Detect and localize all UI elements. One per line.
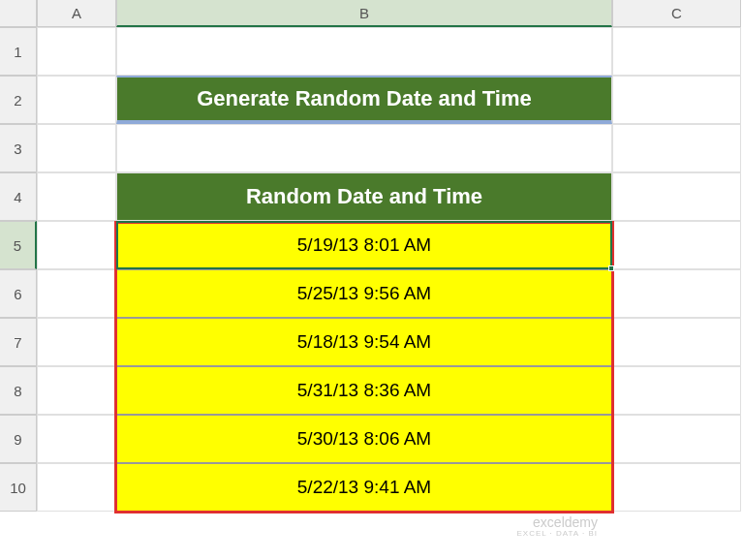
data-cell-b5[interactable]: 5/19/13 8:01 AM — [116, 221, 612, 269]
data-cell-b7[interactable]: 5/18/13 9:54 AM — [116, 318, 612, 366]
row-header-8[interactable]: 8 — [0, 366, 37, 415]
watermark-main: exceldemy — [516, 515, 598, 530]
cell-c6[interactable] — [612, 269, 741, 318]
cell-a2[interactable] — [37, 76, 116, 124]
row-header-9[interactable]: 9 — [0, 415, 37, 463]
cell-c9[interactable] — [612, 415, 741, 463]
cell-a6[interactable] — [37, 269, 116, 318]
cell-c3[interactable] — [612, 124, 741, 172]
cell-a3[interactable] — [37, 124, 116, 172]
row-header-10[interactable]: 10 — [0, 463, 37, 512]
data-cell-b9[interactable]: 5/30/13 8:06 AM — [116, 415, 612, 463]
watermark: exceldemy EXCEL · DATA · BI — [516, 515, 598, 539]
select-all-corner[interactable] — [0, 0, 37, 27]
title-cell[interactable]: Generate Random Date and Time — [116, 76, 612, 124]
fill-handle[interactable] — [608, 265, 614, 271]
cell-a10[interactable] — [37, 463, 116, 512]
row-header-6[interactable]: 6 — [0, 269, 37, 318]
col-header-c[interactable]: C — [612, 0, 741, 27]
cell-c7[interactable] — [612, 318, 741, 366]
row-header-4[interactable]: 4 — [0, 172, 37, 221]
cell-c10[interactable] — [612, 463, 741, 512]
section-header-cell[interactable]: Random Date and Time — [116, 172, 612, 221]
cell-a1[interactable] — [37, 27, 116, 76]
col-header-a[interactable]: A — [37, 0, 116, 27]
cell-a4[interactable] — [37, 172, 116, 221]
cell-a7[interactable] — [37, 318, 116, 366]
cell-c8[interactable] — [612, 366, 741, 415]
col-header-b[interactable]: B — [116, 0, 612, 27]
cell-a5[interactable] — [37, 221, 116, 269]
data-cell-b6[interactable]: 5/25/13 9:56 AM — [116, 269, 612, 318]
row-header-2[interactable]: 2 — [0, 76, 37, 124]
row-header-3[interactable]: 3 — [0, 124, 37, 172]
cell-a8[interactable] — [37, 366, 116, 415]
watermark-sub: EXCEL · DATA · BI — [516, 530, 598, 539]
cell-a9[interactable] — [37, 415, 116, 463]
cell-b1[interactable] — [116, 27, 612, 76]
cell-c1[interactable] — [612, 27, 741, 76]
data-cell-b8[interactable]: 5/31/13 8:36 AM — [116, 366, 612, 415]
cell-c5[interactable] — [612, 221, 741, 269]
cell-c2[interactable] — [612, 76, 741, 124]
data-cell-b10[interactable]: 5/22/13 9:41 AM — [116, 463, 612, 512]
spreadsheet-grid: A B C 1 2 Generate Random Date and Time … — [0, 0, 743, 512]
cell-c4[interactable] — [612, 172, 741, 221]
row-header-7[interactable]: 7 — [0, 318, 37, 366]
row-header-5[interactable]: 5 — [0, 221, 37, 269]
row-header-1[interactable]: 1 — [0, 27, 37, 76]
cell-b3[interactable] — [116, 124, 612, 172]
